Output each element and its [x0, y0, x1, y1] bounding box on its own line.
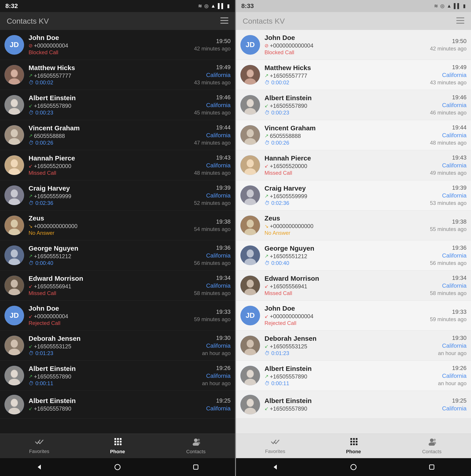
call-item[interactable]: George Nguyen ↗ +16505551212 ⏱ 0:00:40 1… — [0, 240, 235, 271]
call-item[interactable]: Albert Einstein ↙ +16505557890 ⏱ 0:00:23… — [236, 90, 471, 120]
nav-item-contacts[interactable]: Contacts — [393, 434, 471, 458]
call-info: Matthew Hicks ↗ +16505557777 ⏱ 0:00:02 — [264, 64, 428, 86]
call-direction-icon: ↙ — [264, 314, 269, 319]
recents-button[interactable] — [426, 461, 437, 473]
phone-grid-icon — [349, 438, 357, 446]
call-number: +16505557777 — [34, 72, 71, 79]
nav-label-contacts: Contacts — [422, 449, 441, 455]
call-item[interactable]: Vincent Graham ↗ 6505558888 ⏱ 0:00:26 19… — [236, 120, 471, 150]
call-number: +0000000000000 — [270, 223, 313, 229]
svg-rect-43 — [114, 441, 116, 442]
call-item[interactable]: Deborah Jensen ↙ +16505553125 ⏱ 0:01:23 … — [0, 330, 235, 361]
call-number-row: ↗ +16505557890 — [29, 373, 200, 380]
menu-button[interactable] — [456, 17, 464, 25]
call-meta: 19:43 California 48 minutes ago — [192, 154, 231, 176]
svg-rect-99 — [350, 441, 352, 442]
nav-item-favorites[interactable]: Favorites — [236, 434, 314, 458]
call-item[interactable]: Hannah Pierce ↙ +16505520000 Missed Call… — [0, 150, 235, 180]
call-number-row: ↗ +16505557777 — [264, 72, 428, 79]
call-number-row: ↙ +16505557890 — [264, 103, 428, 109]
call-direction-icon: ↗ — [29, 374, 32, 379]
system-nav-bar — [0, 458, 235, 476]
call-ago: 43 minutes ago — [430, 79, 467, 86]
call-item[interactable]: JD John Doe ↙ +0000000004 Rejected Call … — [0, 301, 235, 330]
call-item[interactable]: Matthew Hicks ↗ +16505557777 ⏱ 0:00:02 1… — [0, 60, 235, 90]
svg-rect-46 — [114, 443, 116, 445]
system-nav-bar — [236, 458, 471, 476]
contact-name: John Doe — [264, 34, 428, 41]
call-item[interactable]: Matthew Hicks ↗ +16505557777 ⏱ 0:00:02 1… — [236, 60, 471, 90]
nav-item-phone[interactable]: Phone — [78, 434, 157, 458]
call-status: ⏱ 0:00:40 — [264, 260, 428, 266]
call-item[interactable]: JD John Doe ⊘ +0000000000004 Blocked Cal… — [236, 30, 471, 60]
call-item[interactable]: Zeus ↘ +0000000000000 No Answer 19:38 55… — [236, 210, 471, 240]
call-ago: 58 minutes ago — [194, 290, 231, 296]
call-item[interactable]: Craig Harvey ↗ +16505559999 ⏱ 0:02:36 19… — [236, 180, 471, 210]
svg-point-30 — [11, 340, 18, 348]
call-info: Matthew Hicks ↗ +16505557777 ⏱ 0:00:02 — [29, 64, 192, 86]
call-status: ⏱ 0:00:11 — [29, 380, 200, 387]
call-meta: 19:46 California 46 minutes ago — [428, 94, 467, 116]
call-location: California — [430, 252, 467, 259]
back-button[interactable] — [34, 461, 45, 473]
nav-item-contacts[interactable]: Contacts — [157, 434, 235, 458]
call-time: 19:49 — [194, 64, 231, 71]
avatar — [4, 336, 24, 355]
call-direction-icon: ↙ — [29, 283, 32, 289]
contact-name: Matthew Hicks — [264, 64, 428, 72]
call-direction-icon: ↘ — [29, 223, 32, 229]
back-button[interactable] — [270, 461, 281, 473]
battery-icon: ▮ — [227, 3, 230, 9]
call-item[interactable]: Albert Einstein ↙ +16505557890 ⏱ 0:00:23… — [0, 90, 235, 120]
nav-item-phone[interactable]: Phone — [314, 434, 392, 458]
call-ago: 48 minutes ago — [430, 140, 467, 146]
call-direction-icon: ↙ — [29, 343, 32, 349]
call-meta: 19:46 California 45 minutes ago — [192, 94, 231, 116]
home-button[interactable] — [112, 461, 123, 473]
contact-name: Vincent Graham — [29, 124, 192, 132]
call-location: California — [194, 252, 231, 259]
call-info: Hannah Pierce ↙ +16505520000 Missed Call — [29, 154, 192, 176]
home-button[interactable] — [348, 461, 359, 473]
call-info: Hannah Pierce ↙ +16505520000 Missed Call — [264, 154, 428, 176]
call-item[interactable]: Albert Einstein ↗ +16505557890 ⏱ 0:00:11… — [236, 361, 471, 391]
call-ago: 52 minutes ago — [194, 200, 231, 206]
svg-rect-41 — [117, 438, 119, 440]
call-info: Vincent Graham ↗ 6505558888 ⏱ 0:00:26 — [29, 124, 192, 146]
call-item[interactable]: Albert Einstein ↙ +16505557890 19:25 Cal… — [236, 391, 471, 419]
call-item[interactable]: Zeus ↘ +0000000000000 No Answer 19:38 54… — [0, 210, 235, 240]
call-number-row: ↙ +16505557890 — [29, 406, 204, 412]
svg-point-105 — [430, 439, 434, 442]
call-item[interactable]: Hannah Pierce ↙ +16505520000 Missed Call… — [236, 150, 471, 180]
nav-item-favorites[interactable]: Favorites — [0, 434, 78, 458]
svg-rect-57 — [456, 20, 464, 21]
call-number-row: ↗ +16505551212 — [29, 253, 192, 259]
call-item[interactable]: Albert Einstein ↙ +16505557890 19:25 Cal… — [0, 391, 235, 419]
call-item[interactable]: Edward Morrison ↙ +16505556941 Missed Ca… — [236, 271, 471, 301]
status-time: 8:32 — [5, 2, 18, 10]
call-info: George Nguyen ↗ +16505551212 ⏱ 0:00:40 — [29, 245, 192, 266]
call-item[interactable]: Craig Harvey ↗ +16505559999 ⏱ 0:02:36 19… — [0, 180, 235, 210]
call-item[interactable]: Edward Morrison ↙ +16505556941 Missed Ca… — [0, 271, 235, 301]
menu-button[interactable] — [220, 17, 228, 25]
call-item[interactable]: Deborah Jensen ↙ +16505553125 ⏱ 0:01:23 … — [236, 330, 471, 361]
call-time: 19:38 — [430, 218, 467, 225]
call-status: Missed Call — [29, 170, 192, 176]
svg-point-24 — [11, 250, 18, 257]
call-item[interactable]: JD John Doe ↙ +0000000000004 Rejected Ca… — [236, 301, 471, 330]
call-time: 19:34 — [194, 274, 231, 281]
call-time: 19:44 — [194, 124, 231, 131]
call-item[interactable]: George Nguyen ↗ +16505551212 ⏱ 0:00:40 1… — [236, 240, 471, 271]
call-direction-icon: ↗ — [264, 133, 269, 139]
call-item[interactable]: Albert Einstein ↗ +16505557890 ⏱ 0:00:11… — [0, 361, 235, 391]
recents-button[interactable] — [190, 461, 201, 473]
checkmarks-icon — [35, 438, 44, 445]
svg-point-54 — [115, 464, 120, 470]
call-meta: 19:39 California 52 minutes ago — [192, 184, 231, 206]
svg-point-12 — [11, 129, 18, 137]
call-item[interactable]: Vincent Graham ↗ 6505558888 ⏱ 0:00:26 19… — [0, 120, 235, 150]
contact-name: George Nguyen — [264, 245, 428, 252]
call-ago: 45 minutes ago — [194, 110, 231, 116]
call-item[interactable]: JD John Doe ⊘ +0000000004 Blocked Call 1… — [0, 30, 235, 60]
call-info: Deborah Jensen ↙ +16505553125 ⏱ 0:01:23 — [29, 335, 200, 357]
